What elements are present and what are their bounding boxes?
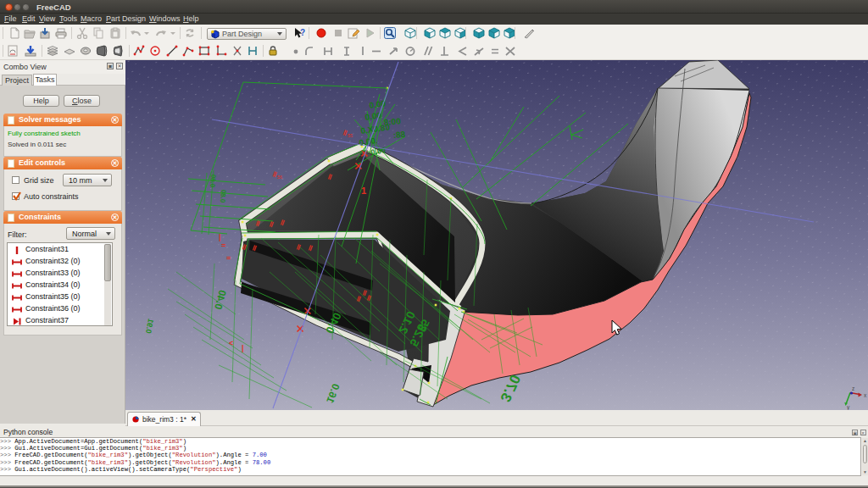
- svg-text:<: <: [229, 339, 233, 347]
- svg-text:=: =: [226, 254, 231, 263]
- svg-text:?: ?: [300, 28, 305, 37]
- svg-text:|: |: [242, 344, 244, 352]
- svg-text:|: |: [219, 233, 221, 241]
- svg-text::88: :88: [392, 130, 406, 140]
- svg-text:=: =: [221, 241, 225, 250]
- svg-text:z: z: [852, 385, 854, 391]
- svg-text:55: 55: [348, 133, 353, 138]
- svg-text:56: 56: [277, 175, 282, 180]
- svg-text:0.80: 0.80: [219, 189, 227, 203]
- svg-text:1: 1: [361, 186, 366, 196]
- svg-text:0.80: 0.80: [209, 174, 217, 188]
